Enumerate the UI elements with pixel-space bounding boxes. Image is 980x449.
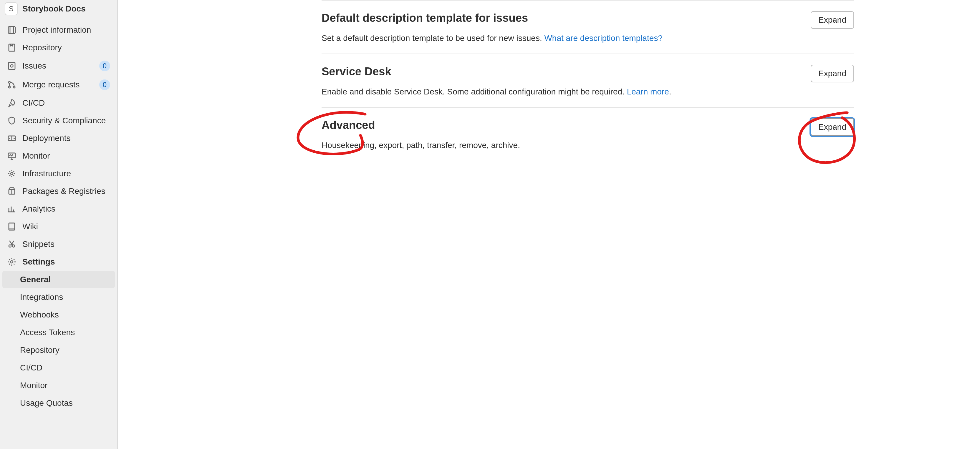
expand-button[interactable]: Expand	[811, 118, 854, 136]
wiki-icon	[7, 222, 16, 231]
sidebar-item-label: Infrastructure	[22, 169, 110, 178]
section-header: Default description template for issuesE…	[321, 11, 854, 29]
section-header: Service DeskExpand	[321, 65, 854, 83]
sidebar-item-wiki[interactable]: Wiki	[2, 218, 115, 235]
settings-sub-integrations[interactable]: Integrations	[2, 288, 115, 306]
sidebar-item-label: Issues	[22, 61, 93, 71]
repo-icon	[7, 43, 16, 52]
sidebar-item-infrastructure[interactable]: Infrastructure	[2, 165, 115, 182]
settings-sub-usage-quotas[interactable]: Usage Quotas	[2, 394, 115, 412]
sidebar-item-label: Repository	[22, 43, 110, 52]
sidebar-item-label: Wiki	[22, 222, 110, 231]
section-desc-link[interactable]: Learn more	[627, 87, 669, 96]
section-default-description-template-for-issues: Default description template for issuesE…	[321, 0, 854, 54]
svg-point-5	[8, 86, 10, 88]
project-header[interactable]: S Storybook Docs	[0, 0, 117, 19]
section-desc-text: Enable and disable Service Desk. Some ad…	[321, 87, 627, 96]
sidebar-item-label: Settings	[22, 257, 110, 267]
section-title: Service Desk	[321, 65, 391, 79]
settings-sub-monitor[interactable]: Monitor	[2, 377, 115, 394]
infra-icon	[7, 169, 16, 178]
sidebar-item-packages-registries[interactable]: Packages & Registries	[2, 182, 115, 200]
section-desc-suffix: .	[669, 87, 671, 96]
sidebar-item-ci-cd[interactable]: CI/CD	[2, 94, 115, 112]
svg-point-6	[13, 86, 15, 88]
section-advanced: AdvancedExpandHousekeeping, export, path…	[321, 108, 854, 161]
svg-point-12	[9, 245, 11, 247]
shield-icon	[7, 116, 16, 125]
section-description: Enable and disable Service Desk. Some ad…	[321, 87, 854, 97]
section-desc-link[interactable]: What are description templates?	[544, 33, 663, 43]
monitor-icon	[7, 151, 16, 161]
sidebar-item-merge-requests[interactable]: Merge requests0	[2, 75, 115, 94]
sidebar-nav: Project informationRepositoryIssues0Merg…	[0, 19, 117, 419]
sidebar-item-analytics[interactable]: Analytics	[2, 200, 115, 218]
svg-point-9	[11, 173, 13, 175]
sidebar-item-issues[interactable]: Issues0	[2, 57, 115, 75]
sidebar-item-repository[interactable]: Repository	[2, 39, 115, 57]
settings-sub-webhooks[interactable]: Webhooks	[2, 306, 115, 324]
sidebar-item-monitor[interactable]: Monitor	[2, 147, 115, 165]
sidebar-item-badge: 0	[99, 60, 110, 71]
expand-button[interactable]: Expand	[811, 11, 854, 29]
sidebar: S Storybook Docs Project informationRepo…	[0, 0, 118, 449]
svg-point-14	[11, 261, 13, 263]
settings-sub-general[interactable]: General	[2, 271, 115, 288]
settings-sub-ci-cd[interactable]: CI/CD	[2, 359, 115, 377]
sidebar-item-label: Packages & Registries	[22, 187, 110, 196]
sidebar-item-label: Project information	[22, 25, 110, 35]
settings-sub-repository[interactable]: Repository	[2, 341, 115, 359]
section-title: Advanced	[321, 118, 375, 132]
sidebar-item-deployments[interactable]: Deployments	[2, 130, 115, 147]
sidebar-item-project-information[interactable]: Project information	[2, 21, 115, 39]
section-desc-text: Set a default description template to be…	[321, 33, 544, 43]
rocket-icon	[7, 98, 16, 108]
sidebar-item-label: Security & Compliance	[22, 116, 110, 125]
section-service-desk: Service DeskExpandEnable and disable Ser…	[321, 54, 854, 108]
svg-rect-0	[8, 27, 15, 33]
settings-sub-access-tokens[interactable]: Access Tokens	[2, 324, 115, 341]
section-title: Default description template for issues	[321, 11, 528, 25]
section-desc-text: Housekeeping, export, path, transfer, re…	[321, 141, 520, 150]
sidebar-item-label: Monitor	[22, 151, 110, 161]
svg-rect-2	[8, 62, 15, 70]
sidebar-item-label: Analytics	[22, 204, 110, 214]
expand-button[interactable]: Expand	[811, 65, 854, 83]
info-icon	[7, 25, 16, 35]
sidebar-item-label: Snippets	[22, 240, 110, 249]
settings-submenu: GeneralIntegrationsWebhooksAccess Tokens…	[2, 271, 115, 412]
sidebar-item-snippets[interactable]: Snippets	[2, 235, 115, 253]
snippets-icon	[7, 240, 16, 249]
svg-point-13	[13, 245, 15, 247]
sidebar-item-security-compliance[interactable]: Security & Compliance	[2, 112, 115, 130]
section-description: Housekeeping, export, path, transfer, re…	[321, 141, 854, 150]
main-content: Default description template for issuesE…	[118, 0, 980, 449]
sidebar-item-badge: 0	[99, 79, 110, 90]
section-description: Set a default description template to be…	[321, 33, 854, 43]
svg-point-4	[8, 81, 10, 83]
merge-icon	[7, 80, 16, 89]
deploy-icon	[7, 133, 16, 143]
sidebar-item-settings[interactable]: Settings	[2, 253, 115, 271]
analytics-icon	[7, 204, 16, 214]
settings-icon	[7, 257, 16, 267]
project-name: Storybook Docs	[22, 4, 86, 14]
sidebar-item-label: Deployments	[22, 133, 110, 143]
svg-point-3	[11, 65, 13, 67]
section-header: AdvancedExpand	[321, 118, 854, 136]
project-avatar: S	[5, 2, 18, 15]
sidebar-item-label: CI/CD	[22, 98, 110, 108]
sidebar-item-label: Merge requests	[22, 80, 93, 89]
package-icon	[7, 187, 16, 196]
issues-icon	[7, 61, 16, 71]
